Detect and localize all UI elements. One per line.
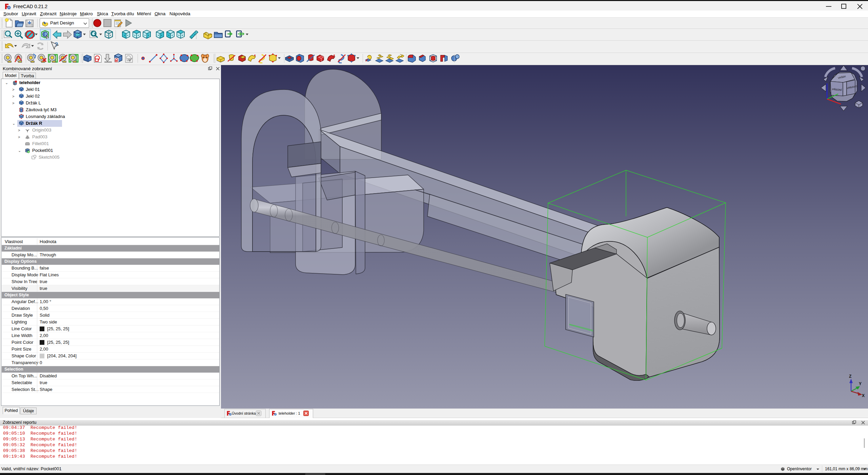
svg-text:X: X xyxy=(862,393,865,398)
svg-text:Z: Z xyxy=(849,374,851,379)
svg-text:?: ? xyxy=(55,41,58,48)
svg-text:Y: Y xyxy=(859,381,862,386)
